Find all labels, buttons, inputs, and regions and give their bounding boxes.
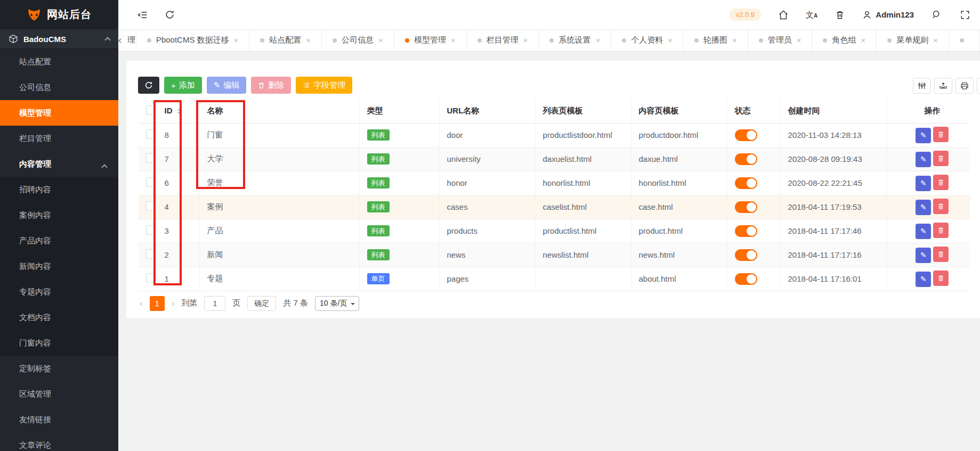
row-delete-button[interactable] (933, 175, 949, 190)
row-checkbox[interactable] (146, 273, 156, 283)
edit-button[interactable]: ✎编辑 (207, 77, 247, 94)
tab-role-groups[interactable]: 角色组× (812, 29, 877, 51)
goto-page-input[interactable] (204, 296, 225, 311)
current-page[interactable]: 1 (150, 296, 165, 311)
sidebar-item-article-comments[interactable]: 文章评论 (0, 432, 118, 451)
tab-model-manage[interactable]: 模型管理× (394, 29, 467, 51)
sidebar-item-region-manage[interactable]: 区域管理 (0, 381, 118, 407)
table-row[interactable]: 6 荣誉 列表 honor honorlist.html honorlist.h… (139, 171, 970, 195)
field-manage-button[interactable]: 字段管理 (296, 77, 352, 94)
row-checkbox[interactable] (146, 225, 156, 235)
status-toggle[interactable] (735, 153, 757, 165)
trash-icon[interactable] (833, 9, 846, 21)
row-checkbox[interactable] (146, 249, 156, 259)
select-all-checkbox[interactable] (146, 105, 156, 115)
more-tools-button[interactable] (977, 78, 980, 94)
tab-profile[interactable]: 个人资料× (611, 29, 684, 51)
row-delete-button[interactable] (933, 199, 949, 214)
status-toggle[interactable] (735, 225, 757, 237)
version-badge[interactable]: v2.0.9 (730, 9, 761, 21)
tab-site-config[interactable]: 站点配置× (249, 29, 322, 51)
header-content-template[interactable]: 内容页模板 (631, 99, 727, 123)
goto-confirm-button[interactable]: 确定 (247, 296, 276, 311)
row-edit-button[interactable]: ✎ (916, 176, 931, 191)
row-edit-button[interactable]: ✎ (916, 224, 931, 239)
user-menu[interactable]: Admin123 (862, 10, 914, 20)
row-delete-button[interactable] (933, 223, 949, 238)
status-toggle[interactable] (735, 273, 757, 285)
sidebar-item-product-content[interactable]: 产品内容 (0, 228, 118, 253)
tabs-scroll-left[interactable]: ‹ (118, 29, 122, 51)
sidebar-item-company-info[interactable]: 公司信息 (0, 75, 118, 100)
row-delete-button[interactable] (933, 270, 949, 286)
row-checkbox[interactable] (146, 177, 156, 187)
sidebar-item-site-config[interactable]: 站点配置 (0, 49, 118, 75)
status-toggle[interactable] (735, 249, 757, 261)
tab-close-icon[interactable]: × (451, 36, 456, 45)
tab-close-icon[interactable]: × (378, 36, 383, 45)
sidebar-item-content-manage[interactable]: 内容管理 (0, 151, 118, 177)
tab-carousel[interactable]: 轮播图× (684, 29, 748, 51)
table-row[interactable]: 8 门窗 列表 door productlistdoor.html produc… (139, 123, 970, 147)
status-toggle[interactable] (735, 177, 757, 189)
menu-fold-icon[interactable] (136, 9, 149, 21)
refresh-icon[interactable] (163, 9, 176, 21)
tab-close-icon[interactable]: × (797, 36, 801, 45)
add-button[interactable]: +添加 (164, 77, 202, 94)
header-list-template[interactable]: 列表页模板 (535, 99, 631, 123)
row-delete-button[interactable] (933, 151, 949, 166)
sidebar-item-column-manage[interactable]: 栏目管理 (0, 126, 118, 151)
header-status[interactable]: 状态 (727, 99, 780, 123)
toggle-columns-button[interactable] (913, 78, 931, 94)
table-row[interactable]: 1 专题 单页 pages about.html 2018-04-11 17:1… (139, 267, 970, 291)
tab-menu-rules[interactable]: 菜单规则× (877, 29, 949, 51)
tab-close-icon[interactable]: × (595, 36, 600, 45)
tab-close-icon[interactable]: × (668, 36, 673, 45)
row-edit-button[interactable]: ✎ (916, 272, 931, 287)
row-checkbox[interactable] (146, 129, 156, 139)
tab-column-manage[interactable]: 栏目管理× (467, 29, 539, 51)
header-created[interactable]: 创建时间 (780, 99, 887, 123)
sidebar-item-custom-tags[interactable]: 定制标签 (0, 356, 118, 381)
row-edit-button[interactable]: ✎ (916, 128, 931, 143)
tab-clipped[interactable]: 理× (122, 29, 136, 51)
sidebar-item-topic-content[interactable]: 专题内容 (0, 279, 118, 305)
export-button[interactable] (934, 78, 952, 94)
sidebar-item-friend-links[interactable]: 友情链接 (0, 407, 118, 432)
table-row[interactable]: 2 新闻 列表 news newslist.html news.html 201… (139, 243, 970, 267)
table-row[interactable]: 3 产品 列表 products productlist.html produc… (139, 219, 970, 243)
print-button[interactable] (955, 78, 974, 94)
logo-row[interactable]: 网站后台 (0, 0, 118, 29)
next-page-icon[interactable]: › (172, 298, 175, 309)
sidebar-item-recruit-content[interactable]: 招聘内容 (0, 177, 118, 202)
header-name[interactable]: 名称 (199, 99, 359, 123)
sidebar-item-case-content[interactable]: 案例内容 (0, 202, 118, 228)
translate-icon[interactable]: 文A (806, 11, 817, 19)
row-checkbox[interactable] (146, 201, 156, 211)
tab-close-icon[interactable]: × (732, 36, 737, 45)
sidebar-item-model-manage[interactable]: 模型管理 (0, 100, 118, 126)
sidebar-item-door-content[interactable]: 门窗内容 (0, 330, 118, 356)
status-toggle[interactable] (735, 201, 757, 213)
tab-close-icon[interactable]: × (933, 36, 938, 45)
table-row[interactable]: 7 大学 列表 university daxuelist.html daxue.… (139, 147, 970, 171)
tab-close-icon[interactable]: × (861, 36, 865, 45)
fullscreen-icon[interactable] (959, 9, 971, 21)
header-id[interactable]: ID (157, 99, 199, 123)
table-row[interactable]: 4 案例 列表 cases caselist.html case.html 20… (139, 195, 970, 219)
refresh-button[interactable] (138, 77, 159, 94)
delete-button[interactable]: 删除 (251, 77, 291, 94)
row-delete-button[interactable] (933, 247, 949, 262)
tab-system-settings[interactable]: 系统设置× (539, 29, 611, 51)
row-edit-button[interactable]: ✎ (916, 152, 931, 167)
prev-page-icon[interactable]: ‹ (140, 298, 143, 309)
row-delete-button[interactable] (933, 127, 949, 142)
tab-close-icon[interactable]: × (234, 36, 239, 45)
header-type[interactable]: 类型 (359, 99, 439, 123)
status-toggle[interactable] (735, 129, 757, 141)
row-checkbox[interactable] (146, 153, 156, 163)
sidebar-item-news-content[interactable]: 新闻内容 (0, 253, 118, 279)
tab-company-info[interactable]: 公司信息× (322, 29, 394, 51)
header-url[interactable]: URL名称 (439, 99, 535, 123)
search-icon[interactable] (930, 9, 943, 21)
